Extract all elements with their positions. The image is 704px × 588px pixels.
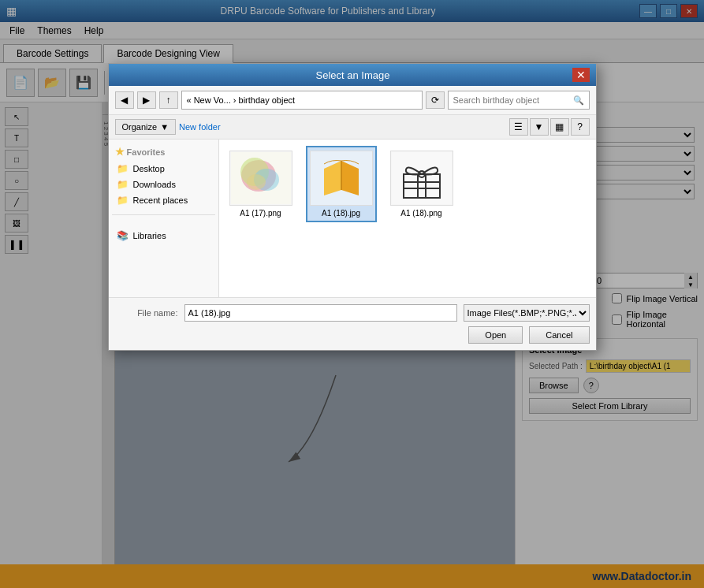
folder-icon: 📁 <box>117 163 129 174</box>
dialog-title-bar: Select an Image ✕ <box>109 64 596 86</box>
nav-refresh-button[interactable]: ⟳ <box>426 91 445 109</box>
sidebar-item-desktop[interactable]: 📁 Desktop <box>112 161 215 177</box>
dialog-footer: File name: Image Files(*.BMP;*.PNG;*.JPG… <box>109 297 596 350</box>
file-type-select[interactable]: Image Files(*.BMP;*.PNG;*.JPG; <box>464 304 590 322</box>
file-name-label: File name: <box>115 308 178 318</box>
file-item-0[interactable]: A1 (17).png <box>225 146 296 222</box>
select-image-dialog: Select an Image ✕ ◀ ▶ ↑ « New Vo... › bi… <box>108 63 597 351</box>
view-dropdown-button[interactable]: ▼ <box>530 118 549 136</box>
svg-point-70 <box>247 174 266 190</box>
open-button[interactable]: Open <box>468 326 523 344</box>
view-buttons: ☰ ▼ ▦ ? <box>509 118 590 136</box>
file-name-2: A1 (18).png <box>400 209 441 218</box>
file-item-2[interactable]: A1 (18).png <box>386 146 457 222</box>
cancel-button[interactable]: Cancel <box>529 326 589 344</box>
file-name-0: A1 (17).png <box>240 209 281 218</box>
breadcrumb-text: « New Vo... › birthday object <box>187 95 296 105</box>
view-details-button[interactable]: ▦ <box>550 118 569 136</box>
view-help-button[interactable]: ? <box>571 118 590 136</box>
dialog-close-button[interactable]: ✕ <box>572 68 590 82</box>
organize-button[interactable]: Organize ▼ <box>115 119 177 135</box>
dialog-sidebar: ★ Favorites 📁 Desktop 📁 Downloads 📁 Rece… <box>109 140 219 297</box>
dialog-title: Select an Image <box>134 69 572 81</box>
search-input[interactable] <box>453 95 570 105</box>
nav-forward-button[interactable]: ▶ <box>137 91 156 109</box>
star-icon: ★ <box>115 146 125 158</box>
file-name-input[interactable] <box>184 304 457 322</box>
file-item-1[interactable]: A1 (18).jpg <box>306 146 377 222</box>
dialog-nav: ◀ ▶ ↑ « New Vo... › birthday object ⟳ 🔍 <box>109 86 596 115</box>
footer-buttons: Open Cancel <box>115 326 590 344</box>
nav-back-button[interactable]: ◀ <box>115 91 134 109</box>
folder-icon-libraries: 📚 <box>117 230 129 241</box>
nav-up-button[interactable]: ↑ <box>159 91 178 109</box>
dropdown-arrow-icon: ▼ <box>160 122 169 132</box>
dialog-toolbar: Organize ▼ New folder ☰ ▼ ▦ ? <box>109 115 596 140</box>
sidebar-extra: 📚 Libraries <box>112 214 215 244</box>
dialog-body: ★ Favorites 📁 Desktop 📁 Downloads 📁 Rece… <box>109 140 596 297</box>
file-thumbnail-1 <box>310 151 373 206</box>
file-name-1: A1 (18).jpg <box>322 209 360 218</box>
svg-marker-71 <box>341 161 359 195</box>
sidebar-item-downloads[interactable]: 📁 Downloads <box>112 177 215 192</box>
breadcrumb-bar: « New Vo... › birthday object <box>181 91 423 110</box>
folder-icon-downloads: 📁 <box>117 179 129 190</box>
folder-icon-recent: 📁 <box>117 195 129 206</box>
sidebar-item-recent[interactable]: 📁 Recent places <box>112 192 215 208</box>
view-list-button[interactable]: ☰ <box>509 118 528 136</box>
dialog-files-area: A1 (17).png A1 (18).jpg <box>219 140 596 297</box>
dialog-overlay: Select an Image ✕ ◀ ▶ ↑ « New Vo... › bi… <box>0 0 704 588</box>
file-thumbnail-2 <box>390 151 453 206</box>
footer-filename-row: File name: Image Files(*.BMP;*.PNG;*.JPG… <box>115 304 590 322</box>
file-thumbnail-0 <box>229 151 292 206</box>
search-bar[interactable]: 🔍 <box>448 91 590 110</box>
search-icon: 🔍 <box>573 95 584 106</box>
new-folder-button[interactable]: New folder <box>179 122 221 132</box>
favorites-section-title: ★ Favorites <box>112 146 215 158</box>
svg-marker-72 <box>324 161 341 195</box>
sidebar-item-libraries[interactable]: 📚 Libraries <box>112 228 215 244</box>
